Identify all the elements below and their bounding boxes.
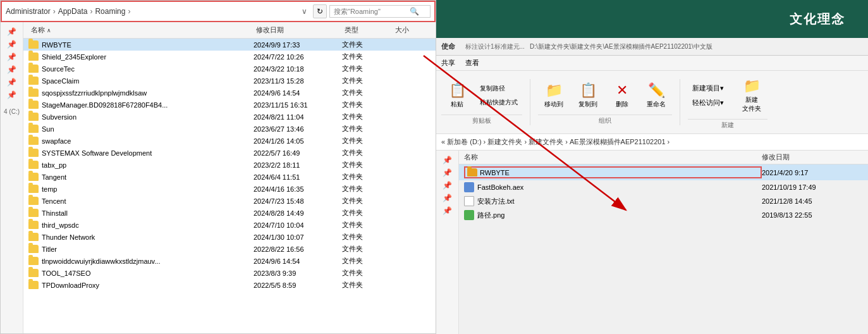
left-file-row-8[interactable]: swapface 2024/1/26 14:05 文件夹 [23,135,436,147]
copy-icon: 📋 [580,82,597,99]
modified-cell: 2024/8/21 11:04 [254,113,342,121]
ribbon-paste-group: 📋 粘贴 复制路径 粘贴快捷方式 [441,79,522,112]
right-pin-1[interactable]: 📌 [443,156,452,164]
search-input[interactable] [334,8,410,15]
col-modified[interactable]: 修改日期 [254,24,342,36]
type-cell: 文件夹 [342,88,393,97]
left-file-row-6[interactable]: Subversion 2024/8/21 11:04 文件夹 [23,111,436,123]
right-modified-cell-0: 2021/4/20 9:17 [762,169,863,176]
address-bar: Administrator › AppData › Roaming › ∨ ↻ … [1,1,436,22]
rename-label: 重命名 [647,100,666,109]
left-file-row-20[interactable]: TPDownloadProxy 2022/5/5 8:59 文件夹 [23,279,436,291]
right-file-row-3[interactable]: 路径.png 2019/8/13 22:55 [459,208,868,222]
right-modified-cell-3: 2019/8/13 22:55 [762,211,863,219]
type-cell: 文件夹 [342,232,393,242]
path-admin[interactable]: Administrator [6,7,51,16]
easy-access-btn[interactable]: 轻松访问▾ [688,96,728,109]
filename-text: Sun [42,125,54,133]
new-item-btn[interactable]: 新建项目▾ [688,82,728,95]
left-file-row-3[interactable]: SpaceClaim 2023/11/3 15:28 文件夹 [23,75,436,87]
path-roaming[interactable]: Roaming [95,7,125,16]
right-pin-5[interactable]: 📌 [443,206,452,215]
file-list-container: 📌 📌 📌 📌 📌 📌 4 (C:) 名称 修改日期 类型 大小 [1,22,436,333]
sep-1: › [53,7,56,16]
file-name-cell: Thunder Network [28,233,254,241]
left-file-row-4[interactable]: sqospjxssfzzrriudklpnplwjmdklsaw 2024/9/… [23,87,436,99]
right-file-row-0[interactable]: RWBYTE 2021/4/20 9:17 [459,164,868,180]
left-file-row-1[interactable]: Shield_2345Explorer 2024/7/22 10:26 文件夹 [23,51,436,63]
left-file-row-11[interactable]: Tangent 2024/6/4 11:51 文件夹 [23,171,436,183]
file-name-cell: Sun [28,125,254,133]
right-file-table-header: 名称 修改日期 [459,151,868,164]
right-pin-2[interactable]: 📌 [443,168,452,177]
modified-cell: 2022/8/22 16:56 [254,245,342,253]
move-icon: 📁 [546,82,563,99]
view-tab[interactable]: 查看 [465,58,479,68]
aex-icon-1 [464,182,474,192]
right-pin-4[interactable]: 📌 [443,194,452,202]
paste-shortcut-btn[interactable]: 粘贴快捷方式 [475,96,522,109]
file-name-cell: tabx_pp [28,161,254,169]
copy-path-btn[interactable]: 复制路径 [475,82,522,95]
left-file-row-13[interactable]: Tencent 2024/7/23 15:48 文件夹 [23,195,436,207]
right-file-row-2[interactable]: 安装方法.txt 2021/12/8 14:45 [459,194,868,208]
path-appdata[interactable]: AppData [58,7,88,16]
folder-icon-12 [28,185,39,193]
pin-icon-6[interactable]: 📌 [7,90,16,99]
file-name-cell: Tencent [28,197,254,205]
left-file-row-15[interactable]: third_wpsdc 2024/7/10 10:04 文件夹 [23,219,436,231]
left-file-row-12[interactable]: temp 2024/4/16 16:35 文件夹 [23,183,436,195]
col-size[interactable]: 大小 [393,24,431,36]
left-file-row-19[interactable]: TOOL_147SEO 2023/8/3 9:39 文件夹 [23,267,436,279]
pin-icon-3[interactable]: 📌 [7,53,16,61]
search-icon[interactable]: 🔍 [410,7,419,16]
move-to-button[interactable]: 📁 移动到 [538,79,570,112]
drive-label: 4 (C:) [4,108,20,115]
left-file-row-14[interactable]: Thinstall 2024/8/28 14:49 文件夹 [23,207,436,219]
right-col-name[interactable]: 名称 [464,152,762,162]
copy-to-button[interactable]: 📋 复制到 [572,79,604,112]
left-file-row-10[interactable]: tabx_pp 2023/2/2 18:11 文件夹 [23,159,436,171]
type-cell: 文件夹 [342,112,393,121]
col-type[interactable]: 类型 [342,24,393,36]
modified-cell: 2023/8/3 9:39 [254,269,342,277]
pin-icon-1[interactable]: 📌 [7,27,16,36]
col-name[interactable]: 名称 [28,24,254,36]
left-file-row-5[interactable]: StageManager.BD092818F67280F4B4... 2023/… [23,99,436,111]
paste-button[interactable]: 📋 粘贴 [441,79,473,112]
rename-button[interactable]: ✏️ 重命名 [640,79,672,112]
pin-icon-2[interactable]: 📌 [7,40,16,49]
file-name-cell: SYSTEMAX Software Development [28,149,254,157]
right-pin-3[interactable]: 📌 [443,181,452,190]
right-col-modified[interactable]: 修改日期 [762,152,863,162]
new-folder-button[interactable]: 📁 新建 文件夹 [736,75,767,116]
left-file-row-18[interactable]: tlnpwoiddcwuiyrjkdiawwkxstldzjmauv... 20… [23,255,436,267]
folder-icon-2 [28,65,39,73]
ribbon-organize-buttons: 📁 移动到 📋 复制到 ✕ 删除 ✏️ 重命名 [538,79,672,112]
share-tab[interactable]: 共享 [441,58,455,68]
type-cell: 文件夹 [342,160,393,170]
modified-cell: 2024/6/4 11:51 [254,173,342,181]
pin-icon-4[interactable]: 📌 [7,65,16,74]
refresh-button[interactable]: ↻ [313,4,327,18]
pin-icon-5[interactable]: 📌 [7,78,16,87]
clipboard-label: 剪贴板 [441,114,522,125]
left-file-row-9[interactable]: SYSTEMAX Software Development 2022/5/7 1… [23,147,436,159]
left-file-row-0[interactable]: RWBYTE 2024/9/9 17:33 文件夹 [23,39,436,51]
filename-text: swapface [42,137,71,145]
left-file-row-7[interactable]: Sun 2023/6/27 13:46 文件夹 [23,123,436,135]
left-file-row-16[interactable]: Thunder Network 2024/1/30 10:07 文件夹 [23,231,436,243]
left-file-row-2[interactable]: SourceTec 2024/3/22 10:18 文件夹 [23,63,436,75]
paste-options: 复制路径 粘贴快捷方式 [475,82,522,109]
banner: 文化理念 [436,0,868,38]
left-file-row-17[interactable]: Titler 2022/8/22 16:56 文件夹 [23,243,436,255]
type-cell: 文件夹 [342,136,393,145]
address-dropdown[interactable]: ∨ [298,7,310,16]
left-file-rows: RWBYTE 2024/9/9 17:33 文件夹 Shield_2345Exp… [23,39,436,291]
filename-text: SourceTec [42,65,75,73]
right-path[interactable]: « 新加卷 (D:) › 新建文件夹 › 新建文件夹 › AE景深模糊插件AEP… [441,137,669,147]
folder-icon-6 [28,113,39,121]
copy-label: 复制到 [578,100,597,109]
right-file-row-1[interactable]: FastBokeh.aex 2021/10/19 17:49 [459,180,868,194]
delete-button[interactable]: ✕ 删除 [606,79,638,112]
